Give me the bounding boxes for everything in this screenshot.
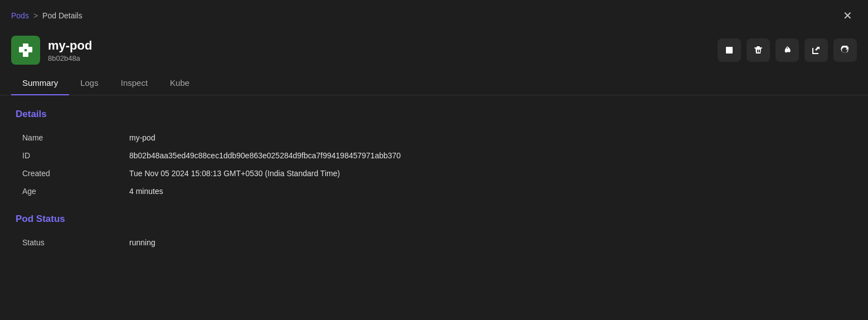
details-table: Name my-pod ID 8b02b48aa35ed49c88cec1ddb… (16, 129, 852, 200)
tab-kube[interactable]: Kube (159, 71, 201, 95)
deploy-button[interactable] (776, 38, 799, 62)
table-row: Status running (16, 234, 852, 251)
pod-info: my-pod 8b02b48a (11, 36, 92, 65)
breadcrumb-current: Pod Details (42, 11, 82, 20)
pod-status-section: Pod Status Status running (16, 214, 852, 251)
svg-rect-3 (23, 51, 28, 57)
tab-inspect[interactable]: Inspect (110, 71, 159, 95)
details-section-title: Details (16, 109, 852, 120)
field-value-id: 8b02b48aa35ed49c88cec1ddb90e863e025284d9… (127, 147, 852, 164)
field-value-created: Tue Nov 05 2024 15:08:13 GMT+0530 (India… (127, 164, 852, 182)
delete-button[interactable] (747, 38, 770, 62)
pod-name-group: my-pod 8b02b48a (48, 38, 92, 62)
table-row: Name my-pod (16, 129, 852, 147)
svg-rect-2 (23, 43, 28, 49)
field-label-status: Status (16, 234, 127, 251)
pod-short-id: 8b02b48a (48, 54, 92, 62)
table-row: Created Tue Nov 05 2024 15:08:13 GMT+053… (16, 164, 852, 182)
close-button[interactable]: ✕ (838, 7, 857, 25)
pod-header: my-pod 8b02b48a (0, 31, 868, 71)
tabs-bar: Summary Logs Inspect Kube (0, 71, 868, 95)
svg-rect-6 (754, 47, 762, 49)
table-row: ID 8b02b48aa35ed49c88cec1ddb90e863e02528… (16, 147, 852, 164)
field-value-name: my-pod (127, 129, 852, 147)
pod-icon (11, 36, 40, 65)
pod-details-panel: Pods > Pod Details ✕ my-pod 8b02b48a (0, 0, 868, 320)
pod-name: my-pod (48, 38, 92, 53)
stop-button[interactable] (718, 38, 741, 62)
content-area: Details Name my-pod ID 8b02b48aa35ed49c8… (0, 95, 868, 320)
pod-logo-icon (17, 41, 35, 59)
field-label-created: Created (16, 164, 127, 182)
action-buttons-group (718, 38, 857, 62)
details-section: Details Name my-pod ID 8b02b48aa35ed49c8… (16, 109, 852, 200)
field-value-status: running (127, 234, 852, 251)
tab-logs[interactable]: Logs (69, 71, 110, 95)
table-row: Age 4 minutes (16, 182, 852, 200)
status-table: Status running (16, 234, 852, 251)
breadcrumb-pods-link[interactable]: Pods (11, 11, 29, 20)
svg-rect-5 (757, 46, 760, 47)
field-value-age: 4 minutes (127, 182, 852, 200)
breadcrumb-separator: > (33, 11, 38, 20)
field-label-name: Name (16, 129, 127, 147)
pod-status-section-title: Pod Status (16, 214, 852, 225)
refresh-button[interactable] (833, 38, 857, 62)
breadcrumb-bar: Pods > Pod Details ✕ (0, 0, 868, 31)
breadcrumb: Pods > Pod Details (11, 11, 82, 20)
open-external-button[interactable] (804, 38, 828, 62)
field-label-age: Age (16, 182, 127, 200)
svg-rect-4 (726, 47, 733, 54)
field-label-id: ID (16, 147, 127, 164)
tab-summary[interactable]: Summary (11, 71, 69, 95)
